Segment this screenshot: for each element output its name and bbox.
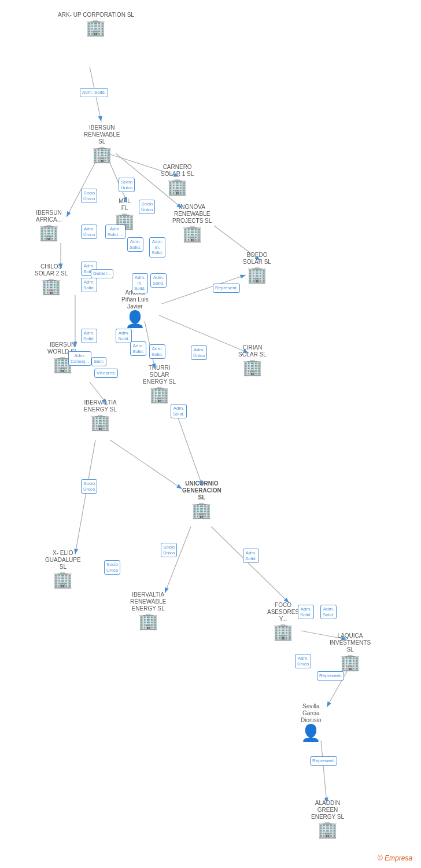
svg-line-17 — [321, 741, 327, 803]
person-icon-arkotxa: 👤 — [125, 311, 145, 328]
node-foco-asesores: FOCOASESORESY... 🏢 — [267, 602, 299, 640]
building-icon-carnero-solar: 🏢 — [167, 179, 187, 195]
badge-adm-solid-1[interactable]: Adm. Solid. — [80, 88, 108, 97]
node-ibervaltia-energy: IBERVALTIAENERGY SL 🏢 — [84, 399, 117, 431]
building-icon-aladdin: 🏢 — [317, 822, 338, 838]
node-x-elio: X- ELIOGUADALUPESL 🏢 — [45, 550, 81, 588]
badge-adm-solid-4[interactable]: Adm.m.Solid. — [149, 237, 165, 258]
building-icon-foco-asesores: 🏢 — [273, 624, 293, 640]
building-icon-ingnova: 🏢 — [182, 226, 202, 242]
badge-adm-m-solid2[interactable]: Adm.Solid. — [116, 329, 132, 343]
badge-gutierr[interactable]: Gutierr... — [91, 269, 113, 278]
badge-vicepres[interactable]: Vicepres. — [94, 369, 118, 378]
node-laquica: LAQUICAINVESTMENTSSL 🏢 — [330, 632, 371, 671]
diagram-container: ARK- UP CORPORATION SL 🏢 Adm. Solid. IBE… — [0, 0, 421, 868]
building-icon-unicornio: 🏢 — [191, 502, 212, 518]
building-icon-thurri-solar: 🏢 — [149, 387, 169, 403]
node-sevilla-garcia: SevillaGarciaDionisio 👤 — [301, 703, 322, 741]
building-icon-ibersun-africa: 🏢 — [39, 225, 59, 241]
badge-represent-3[interactable]: Represent. — [310, 756, 337, 766]
svg-line-12 — [165, 527, 191, 593]
badge-adm-solid-2[interactable]: Adm.Solid.... — [105, 225, 125, 239]
badge-socio-unico-5[interactable]: SocioÚnico — [104, 560, 120, 575]
node-ark-up: ARK- UP CORPORATION SL 🏢 — [58, 12, 134, 36]
badge-adm-unico-2[interactable]: Adm.Único — [191, 345, 207, 360]
building-icon-laquica: 🏢 — [340, 654, 360, 671]
badge-adm-m-solid[interactable]: Adm.m.Solid. — [132, 273, 148, 293]
node-ingnova: INGNOVARENEWABLEPROJECTS SL 🏢 — [172, 204, 212, 242]
badge-adm-solid-6[interactable]: Adm.Solid. — [81, 278, 97, 292]
connection-lines — [0, 0, 421, 868]
badge-socio-unico-1[interactable]: SocioÚnico — [119, 178, 135, 192]
badge-adm-consej[interactable]: Adm.Consej... — [68, 351, 91, 366]
building-icon-ark-up: 🏢 — [86, 20, 106, 36]
building-icon-chilos-solar2: 🏢 — [41, 278, 61, 295]
building-icon-ibersun-renewable: 🏢 — [92, 146, 112, 163]
node-arkotxa: ArkotxaPiñan LuisJavier 👤 — [121, 289, 149, 328]
building-icon-boedo-solar: 🏢 — [247, 267, 267, 283]
node-boedo-solar: BOEDOSOLAR SL 🏢 — [243, 252, 271, 283]
node-aladdin: ALADDINGREENENERGY SL 🏢 — [311, 800, 344, 838]
person-icon-sevilla-garcia: 👤 — [301, 725, 321, 741]
badge-represent-1[interactable]: Represent. — [213, 284, 240, 293]
node-ibersun-renewable: IBERSUNRENEWABLESL 🏢 — [84, 124, 120, 163]
node-unicornio: UNICORNIOGENERACIONSL 🏢 — [182, 480, 221, 518]
node-ibersun-africa: IBERSUNAFRICA... 🏢 — [36, 209, 62, 241]
badge-secr[interactable]: Secr. — [91, 357, 106, 366]
node-cirian-solar: CIRIANSOLAR SL 🏢 — [238, 344, 267, 376]
building-icon-cirian-solar: 🏢 — [242, 359, 263, 376]
node-carnero-solar: CARNEROSOLAR 1 SL 🏢 — [161, 164, 194, 195]
building-icon-ibervaltia-energy: 🏢 — [90, 414, 110, 431]
badge-socio-unico-4[interactable]: SocioÚnico — [81, 479, 97, 494]
badge-socio-unico-2[interactable]: SocioÚnico — [139, 200, 155, 214]
building-icon-x-elio: 🏢 — [53, 572, 73, 588]
badge-socio-unico-3[interactable]: SocioÚnico — [81, 189, 97, 203]
badge-adm-solid-8[interactable]: Adm.Solid. — [81, 329, 97, 343]
svg-line-13 — [75, 440, 95, 554]
badge-adm-solid-13[interactable]: Adm.Solid. — [298, 605, 314, 619]
badge-socio-unico-6[interactable]: SocioÚnico — [161, 543, 177, 557]
svg-line-14 — [211, 527, 289, 603]
node-chilos-solar2: CHILOSSOLAR 2 SL 🏢 — [35, 263, 68, 295]
node-thurri-solar: THURRISOLARENERGY SL 🏢 — [143, 365, 176, 403]
watermark: © Empresa — [378, 854, 412, 862]
badge-represent-2[interactable]: Represent. — [317, 671, 344, 681]
badge-adm-solid-9[interactable]: Adm.Solid. — [130, 341, 146, 356]
badge-adm-unico-3[interactable]: Adm.Único — [295, 654, 311, 668]
badge-adm-solid-3[interactable]: Adm.Solid. — [127, 237, 143, 252]
badge-adm-solid-11[interactable]: Adm.Solid. — [171, 404, 187, 418]
badge-adm-solid-14[interactable]: Adm.Solid. — [320, 605, 337, 619]
badge-adm-solid-12[interactable]: Adm.Solid. — [243, 549, 259, 563]
building-icon-ibervaltia-renewable: 🏢 — [138, 613, 158, 630]
badge-adm-unico-1[interactable]: Adm.Único — [81, 225, 97, 239]
badge-adm-solid-10[interactable]: Adm.Solid. — [149, 344, 165, 359]
badge-adm-solid-7[interactable]: Adm.Solid. — [150, 273, 167, 288]
node-ibervaltia-renewable: IBERVALTIARENEWABLEENERGY SL 🏢 — [130, 591, 166, 630]
svg-line-11 — [110, 440, 182, 489]
